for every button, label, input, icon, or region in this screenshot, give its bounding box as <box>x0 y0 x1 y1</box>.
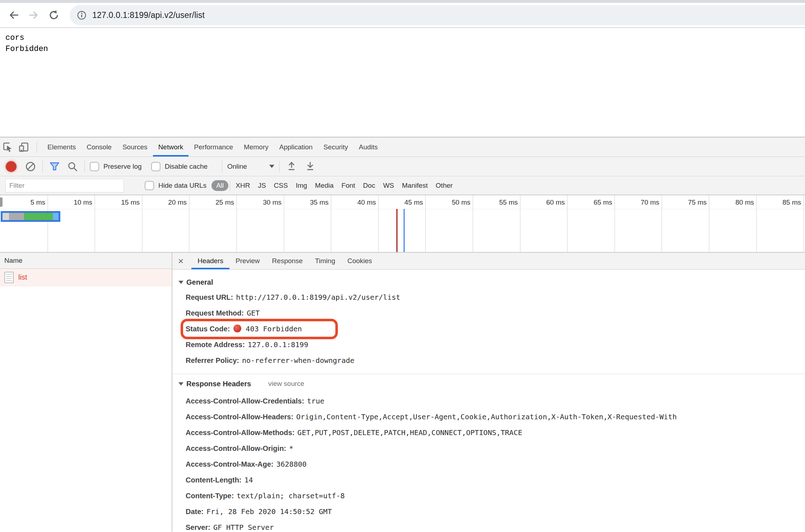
export-har-icon[interactable] <box>303 160 317 173</box>
detail-tab-headers[interactable]: Headers <box>191 253 229 269</box>
header-row: Access-Control-Allow-Origin:* <box>186 441 805 457</box>
header-name: Status Code: <box>186 325 230 333</box>
name-column-header[interactable]: Name <box>0 253 172 269</box>
browser-toolbar: 127.0.0.1:8199/api.v2/user/list <box>0 3 805 28</box>
timeline-tick-label: 55 ms <box>473 199 518 206</box>
type-filter-doc[interactable]: Doc <box>359 180 379 191</box>
toolbar-separator <box>222 161 222 172</box>
header-row: Remote Address:127.0.0.1:8199 <box>186 337 805 353</box>
header-value: GET <box>247 309 260 317</box>
waterfall-waiting-segment <box>24 213 53 220</box>
header-row: Request Method:GET <box>186 305 805 321</box>
header-row: Date:Fri, 28 Feb 2020 14:50:52 GMT <box>186 504 805 520</box>
tab-performance[interactable]: Performance <box>189 137 238 157</box>
waterfall-queueing-segment <box>3 213 9 220</box>
timeline-tick-label: 50 ms <box>426 199 470 206</box>
devtools-panel: ElementsConsoleSourcesNetworkPerformance… <box>0 137 805 532</box>
timeline-tick-label: 5 ms <box>1 199 45 206</box>
inspect-element-icon[interactable] <box>0 139 16 155</box>
preserve-log-label[interactable]: Preserve log <box>103 163 142 171</box>
toolbar-separator <box>84 161 85 172</box>
clear-icon[interactable] <box>24 160 37 173</box>
header-row: Access-Control-Allow-Methods:GET,PUT,POS… <box>186 425 805 441</box>
type-filter-manifest[interactable]: Manifest <box>398 180 432 191</box>
tab-audits[interactable]: Audits <box>353 137 383 157</box>
request-waterfall-bar[interactable] <box>1 211 60 222</box>
type-filter-js[interactable]: JS <box>254 180 270 191</box>
header-value: 3628800 <box>276 460 306 468</box>
detail-tab-cookies[interactable]: Cookies <box>341 253 378 269</box>
type-filter-font[interactable]: Font <box>338 180 359 191</box>
device-toolbar-icon[interactable] <box>16 139 32 155</box>
hide-data-urls-label[interactable]: Hide data URLs <box>158 182 206 190</box>
overview-left-handle[interactable] <box>0 197 3 207</box>
devtools-tabbar: ElementsConsoleSourcesNetworkPerformance… <box>0 137 805 157</box>
hide-data-urls-checkbox[interactable] <box>145 181 154 190</box>
headers-detail-body: General Request URL:http://127.0.0.1:819… <box>172 270 805 532</box>
header-name: Request Method: <box>186 309 244 317</box>
header-row: Content-Length:14 <box>186 472 805 488</box>
detail-tab-preview[interactable]: Preview <box>229 253 266 269</box>
record-button[interactable] <box>6 161 17 172</box>
throttling-value: Online <box>227 163 247 171</box>
window-top-strip <box>0 0 805 3</box>
type-filter-css[interactable]: CSS <box>270 180 292 191</box>
forward-button[interactable] <box>26 7 42 23</box>
timeline-tick-label: 75 ms <box>662 199 707 206</box>
disable-cache-checkbox[interactable] <box>151 162 160 171</box>
reload-button[interactable] <box>46 7 62 23</box>
request-details-pane: × HeadersPreviewResponseTimingCookies Ge… <box>172 253 805 532</box>
tab-memory[interactable]: Memory <box>238 137 274 157</box>
import-har-icon[interactable] <box>285 160 298 173</box>
header-row: Access-Control-Allow-Headers:Origin,Cont… <box>186 409 805 425</box>
general-section-title: General <box>186 278 213 286</box>
toolbar-separator <box>37 141 37 153</box>
toolbar-separator <box>279 161 280 172</box>
header-value: Fri, 28 Feb 2020 14:50:52 GMT <box>206 507 332 516</box>
filter-icon[interactable] <box>48 160 61 173</box>
throttling-dropdown[interactable]: Online <box>227 163 274 171</box>
search-icon[interactable] <box>66 160 79 173</box>
header-row: Referrer Policy:no-referrer-when-downgra… <box>186 353 805 369</box>
general-section-header[interactable]: General <box>178 277 805 287</box>
back-button[interactable] <box>6 7 22 23</box>
network-overview-timeline[interactable]: 5 ms10 ms15 ms20 ms25 ms30 ms35 ms40 ms4… <box>0 195 805 253</box>
type-filter-media[interactable]: Media <box>311 180 338 191</box>
header-row: Server:GF HTTP Server <box>186 520 805 532</box>
url-text[interactable]: 127.0.0.1:8199/api.v2/user/list <box>92 10 205 20</box>
detail-tab-timing[interactable]: Timing <box>309 253 341 269</box>
request-row[interactable]: list <box>0 269 172 286</box>
document-icon <box>4 272 14 283</box>
address-bar[interactable]: 127.0.0.1:8199/api.v2/user/list <box>70 5 805 25</box>
type-filter-ws[interactable]: WS <box>379 180 398 191</box>
timeline-header-divider <box>0 209 805 209</box>
filter-input[interactable] <box>5 179 124 192</box>
header-row: Access-Control-Allow-Credentials:true <box>186 393 805 409</box>
preserve-log-checkbox[interactable] <box>90 162 99 171</box>
waterfall-stalled-segment <box>9 213 24 220</box>
timeline-tick-label: 80 ms <box>709 199 754 206</box>
tab-elements[interactable]: Elements <box>42 137 81 157</box>
view-source-link[interactable]: view source <box>268 380 304 388</box>
type-filter-xhr[interactable]: XHR <box>232 180 254 191</box>
type-filter-all[interactable]: All <box>211 180 228 191</box>
response-headers-section-header[interactable]: Response Headers view source <box>178 379 805 388</box>
triangle-down-icon <box>178 281 183 284</box>
tab-network[interactable]: Network <box>153 137 189 157</box>
tab-console[interactable]: Console <box>81 137 117 157</box>
header-name: Request URL: <box>186 293 233 301</box>
detail-tab-response[interactable]: Response <box>266 253 309 269</box>
close-icon[interactable]: × <box>178 256 183 266</box>
tab-security[interactable]: Security <box>318 137 354 157</box>
header-value: GET,PUT,POST,DELETE,PATCH,HEAD,CONNECT,O… <box>297 428 522 437</box>
page-text-line: Forbidden <box>5 43 805 55</box>
page-info-icon[interactable] <box>77 10 87 20</box>
disable-cache-label[interactable]: Disable cache <box>165 163 208 171</box>
header-value: 127.0.0.1:8199 <box>248 340 308 349</box>
type-filter-img[interactable]: Img <box>292 180 311 191</box>
header-value: http://127.0.0.1:8199/api.v2/user/list <box>236 293 400 302</box>
tab-application[interactable]: Application <box>274 137 318 157</box>
filter-separator <box>230 180 230 191</box>
tab-sources[interactable]: Sources <box>117 137 153 157</box>
type-filter-other[interactable]: Other <box>432 180 457 191</box>
